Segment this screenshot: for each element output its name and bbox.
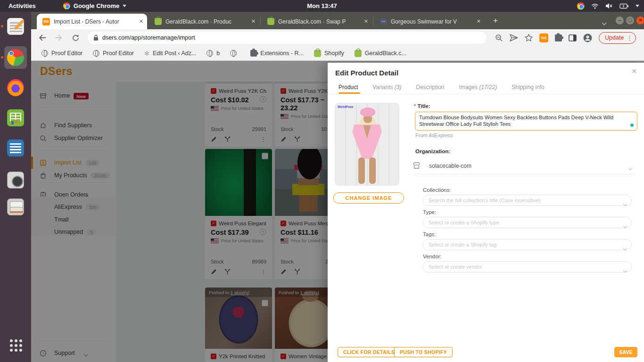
- tab-images[interactable]: Images (17/22): [459, 84, 497, 90]
- app-menu[interactable]: Google Chrome: [63, 2, 127, 9]
- tab-search-chevron-icon[interactable]: [603, 18, 606, 26]
- save-button[interactable]: SAVE: [614, 347, 637, 357]
- ubuntu-top-bar: Activities Google Chrome Mon 13:47: [0, 0, 644, 12]
- chrome-update-button[interactable]: Update ⋮: [599, 32, 636, 44]
- chevron-down-icon[interactable]: [629, 163, 632, 172]
- chevron-down-icon[interactable]: [624, 265, 627, 274]
- wifi-icon[interactable]: [591, 3, 599, 9]
- zoom-icon[interactable]: [495, 34, 503, 42]
- tab-geraldblack-products[interactable]: GeraldBlack.com · Produc ✕: [149, 14, 259, 29]
- close-icon[interactable]: ✕: [631, 67, 637, 75]
- forward-button[interactable]: [55, 34, 65, 41]
- battery-icon[interactable]: [619, 3, 629, 9]
- tab-gorgeous-swimwear[interactable]: Gorgeous Swimwear for V ✕: [374, 14, 485, 29]
- shopify-icon: [314, 50, 321, 57]
- photo-leg: [358, 157, 365, 184]
- vendor-input[interactable]: [422, 261, 632, 272]
- tab-description[interactable]: Description: [416, 84, 445, 90]
- tab-close-icon[interactable]: ✕: [477, 18, 481, 25]
- extensions-puzzle-icon[interactable]: [555, 34, 562, 41]
- send-icon[interactable]: [510, 34, 518, 41]
- activities-button[interactable]: Activities: [8, 2, 36, 9]
- puzzle-icon: [250, 50, 257, 57]
- collections-input[interactable]: [422, 195, 632, 206]
- globe-icon: [41, 50, 48, 57]
- bookmark-b[interactable]: b: [206, 50, 220, 57]
- modal-title: Edit Product Detail: [335, 69, 398, 77]
- address-bar[interactable]: dsers.com/app/storemanage/import: [88, 32, 487, 44]
- organization-value[interactable]: solacecable-com: [429, 163, 471, 169]
- tab-variants[interactable]: Variants (3): [372, 84, 401, 90]
- globe-icon: [230, 50, 237, 57]
- chevron-down-icon[interactable]: [624, 199, 627, 207]
- dock-libreoffice-calc-icon[interactable]: [4, 107, 27, 129]
- dock-libreoffice-writer-icon[interactable]: [4, 137, 27, 159]
- dsers-favicon: DS: [42, 18, 50, 25]
- tab-product[interactable]: Product: [339, 84, 358, 90]
- back-button[interactable]: [38, 34, 48, 41]
- side-panel-icon[interactable]: [569, 34, 577, 41]
- window-maximize-button[interactable]: ▢: [626, 16, 634, 25]
- organization-label: Organization:: [415, 148, 450, 154]
- chevron-down-icon[interactable]: [624, 243, 627, 252]
- shopify-icon: [355, 50, 362, 57]
- window-close-button[interactable]: ✕: [636, 16, 644, 25]
- dock-camera-icon[interactable]: [4, 169, 27, 191]
- bookmark-proof-editor[interactable]: Proof Editor: [41, 50, 83, 57]
- source-note: From AliExpress: [415, 132, 453, 138]
- tab-shipping-info[interactable]: Shipping info: [512, 84, 544, 90]
- window-minimize-button[interactable]: –: [616, 16, 624, 25]
- required-asterisk: *: [414, 103, 416, 109]
- chrome-icon: [63, 2, 70, 9]
- dock-firefox-icon[interactable]: [4, 76, 27, 99]
- dock-text-editor-icon[interactable]: [4, 15, 27, 38]
- browser-menu-kebab-icon[interactable]: ⋮: [627, 34, 633, 41]
- bookmark-geraldblack[interactable]: GeraldBlack.c...: [355, 50, 406, 57]
- dock-chrome-icon[interactable]: [4, 46, 27, 69]
- divider: [413, 174, 635, 174]
- volume-muted-icon[interactable]: [605, 3, 613, 9]
- globe-icon: [93, 50, 99, 57]
- tab-close-icon[interactable]: ✕: [139, 18, 143, 25]
- bookmark-edit-post[interactable]: ✻Edit Post ‹ Adz...: [144, 50, 196, 57]
- bookmark-star-icon[interactable]: [525, 34, 533, 41]
- chevron-down-icon[interactable]: [624, 221, 627, 230]
- store-icon: [413, 162, 421, 169]
- change-image-button[interactable]: CHANGE IMAGE: [333, 192, 404, 204]
- reload-button[interactable]: [72, 34, 82, 42]
- profile-avatar-icon[interactable]: [583, 33, 592, 42]
- tab-geraldblack-swap[interactable]: GeraldBlack.com · Swap P ✕: [262, 14, 372, 29]
- tab-title: GeraldBlack.com · Produc: [165, 18, 249, 25]
- dock-app-grid-icon[interactable]: [4, 334, 27, 356]
- url-text: dsers.com/app/storemanage/import: [102, 34, 195, 41]
- edit-product-modal: Edit Product Detail ✕ Product Variants (…: [328, 63, 644, 362]
- browser-toolbar: dsers.com/app/storemanage/import DS Upda…: [31, 29, 644, 46]
- shopify-favicon: [155, 18, 162, 25]
- bookmark-extensions[interactable]: Extensions - R...: [250, 50, 304, 57]
- tab-separator: [260, 17, 261, 25]
- tab-title: Gorgeous Swimwear for V: [391, 18, 475, 25]
- bookmark-shopify[interactable]: Shopify: [314, 50, 344, 57]
- push-to-shopify-button[interactable]: PUSH TO SHOPIFY: [394, 347, 453, 357]
- app-menu-label: Google Chrome: [74, 2, 120, 9]
- shopify-favicon: [267, 18, 274, 25]
- new-tab-button[interactable]: +: [493, 16, 498, 25]
- tab-strip: DS Import List - DSers - Autor ✕ GeraldB…: [31, 12, 644, 29]
- watermark: WeirdPuss: [338, 105, 353, 108]
- tab-separator: [373, 17, 373, 25]
- dsers-extension-icon[interactable]: DS: [539, 33, 548, 42]
- title-input[interactable]: Turndown Blouse Bodysuits Women Sexy Bac…: [415, 112, 637, 131]
- bookmark-proof-editor-2[interactable]: Proof Editor: [93, 50, 134, 57]
- tab-import-list[interactable]: DS Import List - DSers - Autor ✕: [37, 14, 147, 29]
- photo-leg: [369, 157, 376, 184]
- tab-close-icon[interactable]: ✕: [251, 18, 256, 25]
- tab-close-icon[interactable]: ✕: [364, 18, 368, 25]
- click-for-details-button[interactable]: CLICK FOR DETAILS: [338, 347, 400, 357]
- system-menu-chevron-icon[interactable]: [636, 5, 639, 7]
- tags-input[interactable]: [422, 239, 632, 250]
- dock-file-cabinet-icon[interactable]: [4, 196, 27, 218]
- type-input[interactable]: [422, 217, 632, 228]
- vendor-label: Vendor:: [423, 254, 442, 259]
- grammar-extension-dot-icon[interactable]: [630, 123, 634, 127]
- bookmark-unlabeled[interactable]: [230, 50, 240, 57]
